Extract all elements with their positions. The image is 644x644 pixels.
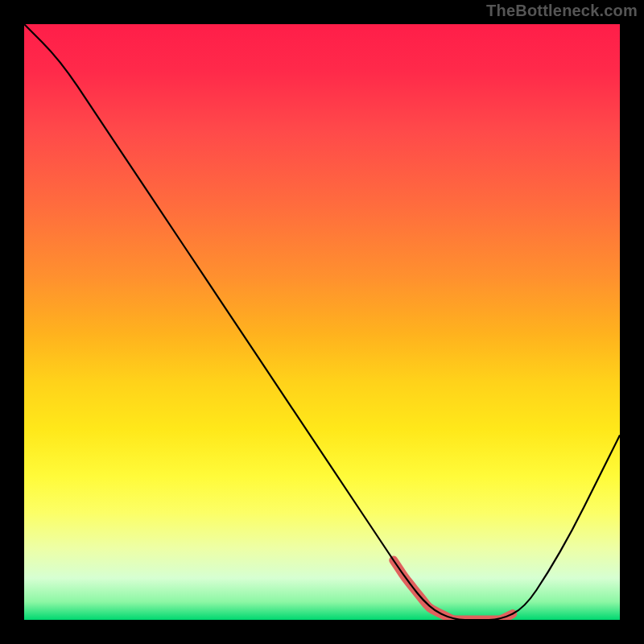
attribution-text: TheBottleneck.com [486,2,638,20]
chart-frame: TheBottleneck.com [0,0,644,644]
plot-area [24,24,620,620]
curve-svg [24,24,620,620]
bottleneck-curve-line [24,24,620,620]
optimal-range-highlight [394,560,513,620]
